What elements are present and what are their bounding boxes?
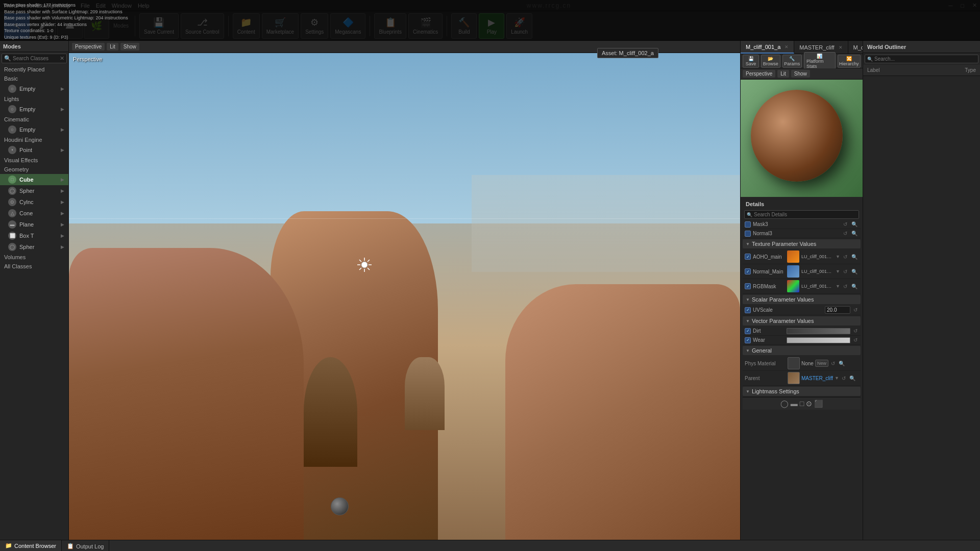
mat-save-btn[interactable]: 💾 Save — [743, 55, 759, 68]
wear-color-bar[interactable] — [787, 337, 850, 343]
normal3-reset-btn[interactable]: ↺ — [842, 230, 848, 237]
viewport-show-btn[interactable]: Show — [120, 43, 139, 51]
transform-ball[interactable] — [331, 497, 349, 515]
item-box-t[interactable]: ⬜ Box T ▶ — [0, 230, 68, 241]
wo-title: World Outliner — [867, 44, 906, 50]
all-classes-label: All Classes — [4, 263, 32, 269]
category-lights[interactable]: Lights — [0, 94, 68, 104]
preview-sphere-btn[interactable]: ◯ — [780, 399, 789, 408]
mat-tab-cliff-001a[interactable]: M_cliff_001_a ✕ — [741, 41, 794, 54]
output-log-tab[interactable]: 📋 Output Log — [62, 540, 109, 551]
compile-line-6: Unique textures (Est): 9 (D: P3) — [4, 34, 976, 41]
point-label: Point — [19, 147, 58, 153]
item-empty-2[interactable]: ○ Empty ▶ — [0, 104, 68, 115]
mat-show-btn[interactable]: Show — [791, 70, 810, 78]
dirt-reset-btn[interactable]: ↺ — [852, 328, 859, 334]
aoho-dropdown-icon[interactable]: ▼ — [836, 254, 840, 259]
aoho-reset-btn[interactable]: ↺ — [842, 254, 848, 260]
item-cone[interactable]: △ Cone ▶ — [0, 208, 68, 219]
phys-new-btn[interactable]: New — [815, 360, 828, 367]
volumes-label: Volumes — [4, 254, 26, 260]
category-houdini[interactable]: Houdini Engine — [0, 135, 68, 144]
normal-main-search-btn[interactable]: 🔍 — [850, 268, 859, 275]
mask3-search-btn[interactable]: 🔍 — [850, 221, 859, 228]
item-point[interactable]: • Point ▶ — [0, 144, 68, 156]
preview-cube-btn[interactable]: □ — [800, 399, 804, 408]
item-spher-1[interactable]: ◯ Spher ▶ — [0, 185, 68, 196]
parent-search-btn[interactable]: 🔍 — [848, 375, 856, 382]
mat-tab-cliff-001a-close[interactable]: ✕ — [785, 44, 789, 49]
viewport[interactable]: Perspective — [69, 53, 740, 540]
rgbmask-checkbox[interactable]: ✓ — [745, 283, 751, 289]
item-empty-3[interactable]: ○ Empty ▶ — [0, 124, 68, 135]
search-input[interactable] — [13, 56, 60, 61]
preview-plane-btn[interactable]: ▬ — [791, 399, 798, 408]
mat-tab-master-close[interactable]: ✕ — [839, 45, 843, 50]
rgbmask-swatch[interactable] — [787, 280, 799, 292]
dirt-color-bar[interactable] — [787, 328, 850, 334]
item-cylnc[interactable]: ⊙ Cylnc ▶ — [0, 196, 68, 208]
mat-browse-btn[interactable]: 📂 Browse — [761, 55, 780, 68]
uvscale-checkbox[interactable]: ✓ — [745, 307, 751, 313]
uvscale-input[interactable] — [825, 306, 850, 314]
category-all-classes[interactable]: All Classes — [0, 262, 68, 271]
wo-search-bar[interactable]: 🔍 — [865, 55, 978, 63]
aoho-main-checkbox[interactable]: ✓ — [745, 254, 751, 260]
mat-lit-btn[interactable]: Lit — [777, 70, 789, 78]
phys-reset-btn[interactable]: ↺ — [830, 360, 836, 367]
aoho-search-btn[interactable]: 🔍 — [850, 254, 859, 260]
category-basic[interactable]: Basic — [0, 74, 68, 83]
mat-platform-stats-btn[interactable]: 📊 Platform Stats — [804, 52, 836, 70]
category-geometry[interactable]: Geometry — [0, 165, 68, 174]
preview-cylinder-btn[interactable]: ⊙ — [806, 399, 812, 408]
mat-perspective-btn[interactable]: Perspective — [743, 70, 775, 78]
item-cube[interactable]: □ Cube ▶ — [0, 174, 68, 185]
rgbmask-dropdown-icon[interactable]: ▼ — [836, 284, 840, 289]
wear-reset-btn[interactable]: ↺ — [852, 337, 859, 343]
aoho-main-swatch[interactable] — [787, 251, 799, 263]
normal3-search-btn[interactable]: 🔍 — [850, 230, 859, 237]
parent-dropdown-icon[interactable]: ▼ — [835, 375, 839, 381]
wo-search-input[interactable] — [874, 56, 976, 62]
category-volumes[interactable]: Volumes — [0, 253, 68, 262]
content-browser-tab[interactable]: 📁 Content Browser — [0, 540, 62, 551]
category-visual-effects[interactable]: Visual Effects — [0, 156, 68, 165]
category-recently-placed[interactable]: Recently Placed — [0, 65, 68, 74]
mask3-row: Mask3 ↺ 🔍 — [743, 220, 861, 229]
normal-main-swatch[interactable] — [787, 265, 799, 278]
search-clear-icon[interactable]: ✕ — [60, 55, 64, 62]
search-bar[interactable]: 🔍 ✕ — [2, 54, 67, 63]
phys-search-btn[interactable]: 🔍 — [838, 360, 846, 367]
viewport-mode-dropdown[interactable]: Perspective — [72, 43, 105, 51]
mask3-reset-btn[interactable]: ↺ — [842, 221, 848, 228]
parent-text[interactable]: MASTER_cliff — [801, 375, 833, 381]
uvscale-reset-btn[interactable]: ↺ — [852, 307, 859, 313]
normal-main-reset-btn[interactable]: ↺ — [842, 268, 848, 275]
preview-backdrop-btn[interactable]: ⬛ — [814, 399, 823, 408]
viewport-lit-btn[interactable]: Lit — [107, 43, 118, 51]
scalar-params-section[interactable]: Scalar Parameter Values — [743, 295, 861, 304]
normal3-checkbox[interactable] — [745, 231, 751, 237]
item-plane[interactable]: ▬ Plane ▶ — [0, 219, 68, 230]
details-search-input[interactable] — [754, 212, 856, 217]
item-spher-2[interactable]: ◯ Spher ▶ — [0, 241, 68, 253]
rgbmask-search-btn[interactable]: 🔍 — [850, 283, 859, 290]
normal-main-texture-name: LU_cliff_001_a_2_Normal — [801, 269, 834, 274]
normal-main-checkbox[interactable]: ✓ — [745, 268, 751, 274]
mask3-checkbox[interactable] — [745, 221, 751, 228]
mat-hierarchy-btn[interactable]: 🔀 Hierarchy — [838, 55, 861, 68]
wear-checkbox[interactable]: ✓ — [745, 337, 751, 343]
texture-params-section[interactable]: Texture Parameter Values — [743, 239, 861, 248]
mat-params-btn[interactable]: 🔧 Params — [782, 55, 802, 68]
parent-reset-btn[interactable]: ↺ — [841, 375, 847, 382]
sun-gizmo[interactable] — [357, 258, 372, 272]
details-search[interactable]: 🔍 — [744, 210, 859, 219]
dirt-checkbox[interactable]: ✓ — [745, 328, 751, 334]
normal-dropdown-icon[interactable]: ▼ — [836, 269, 840, 274]
category-cinematic[interactable]: Cinematic — [0, 115, 68, 124]
vector-params-section[interactable]: Vector Parameter Values — [743, 316, 861, 325]
general-section[interactable]: General — [743, 346, 861, 355]
rgbmask-reset-btn[interactable]: ↺ — [842, 283, 848, 290]
item-empty-1[interactable]: ○ Empty ▶ — [0, 83, 68, 94]
lightmass-section[interactable]: Lightmass Settings — [743, 387, 861, 396]
